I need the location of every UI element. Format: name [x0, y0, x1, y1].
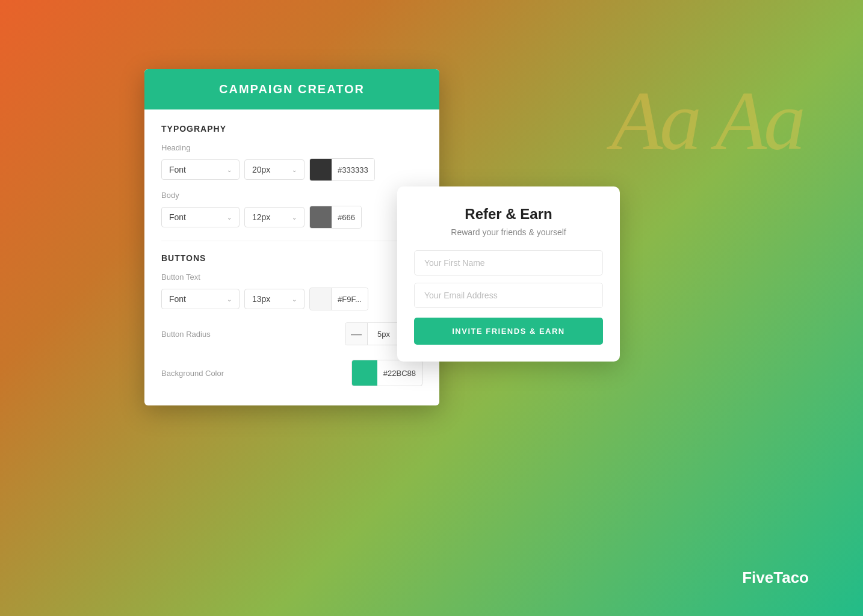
body-color-swatch: [310, 206, 332, 228]
background-color-row: Background Color #22BC88: [161, 360, 422, 386]
campaign-title: CAMPAIGN CREATOR: [156, 82, 427, 96]
heading-label: Heading: [161, 143, 422, 152]
campaign-body: TYPOGRAPHY Heading Font ⌄ 20px ⌄ #333333…: [144, 109, 439, 405]
heading-size-value: 20px: [252, 165, 270, 174]
button-color-picker[interactable]: #F9F...: [309, 288, 368, 310]
button-font-chevron: ⌄: [227, 296, 232, 303]
buttons-section-title: BUTTONS: [161, 253, 422, 263]
body-label: Body: [161, 191, 422, 200]
branding: FiveTaco: [742, 568, 809, 587]
button-font-label: Font: [169, 294, 186, 304]
heading-size-select[interactable]: 20px ⌄: [244, 159, 305, 180]
email-input[interactable]: [414, 283, 603, 308]
heading-size-chevron: ⌄: [292, 167, 297, 173]
body-font-label: Font: [169, 212, 186, 222]
button-color-hex: #F9F...: [332, 288, 368, 310]
campaign-creator-card: CAMPAIGN CREATOR TYPOGRAPHY Heading Font…: [144, 69, 439, 405]
invite-button[interactable]: INVITE FRIENDS & EARN: [414, 318, 603, 345]
heading-font-label: Font: [169, 165, 186, 174]
button-radius-label: Button Radius: [161, 330, 345, 339]
buttons-section: BUTTONS Button Text Font ⌄ 13px ⌄ #F9F..…: [161, 253, 422, 386]
typography-section: TYPOGRAPHY Heading Font ⌄ 20px ⌄ #333333…: [161, 124, 422, 229]
button-radius-row: Button Radius — 5px +: [161, 322, 422, 345]
radius-value: 5px: [367, 323, 400, 345]
body-font-select[interactable]: Font ⌄: [161, 207, 240, 227]
refer-subtitle: Reward your friends & yourself: [414, 227, 603, 237]
background-color-hex: #22BC88: [377, 362, 422, 384]
minus-icon: —: [351, 328, 362, 340]
brand-five: Five: [742, 568, 773, 587]
body-font-chevron: ⌄: [227, 214, 232, 221]
button-size-select[interactable]: 13px ⌄: [244, 289, 305, 309]
heading-color-picker[interactable]: #333333: [309, 158, 375, 181]
body-control-row: Font ⌄ 12px ⌄ #666: [161, 206, 422, 229]
body-size-chevron: ⌄: [292, 214, 297, 221]
body-size-select[interactable]: 12px ⌄: [244, 207, 305, 227]
heading-color-hex: #333333: [332, 159, 374, 180]
heading-color-swatch: [310, 159, 332, 180]
heading-control-row: Font ⌄ 20px ⌄ #333333: [161, 158, 422, 181]
button-font-select[interactable]: Font ⌄: [161, 289, 240, 309]
button-color-swatch: [310, 288, 332, 310]
body-size-value: 12px: [252, 212, 270, 222]
button-size-value: 13px: [252, 294, 270, 304]
heading-font-select[interactable]: Font ⌄: [161, 159, 240, 180]
background-color-label: Background Color: [161, 369, 351, 378]
body-color-picker[interactable]: #666: [309, 206, 362, 229]
watermark-text: Aa Aa: [611, 72, 803, 169]
section-divider: [161, 241, 422, 241]
button-size-chevron: ⌄: [292, 296, 297, 303]
background-color-swatch: [352, 360, 377, 386]
refer-earn-card: Refer & Earn Reward your friends & yours…: [397, 186, 620, 362]
campaign-header: CAMPAIGN CREATOR: [144, 69, 439, 109]
typography-section-title: TYPOGRAPHY: [161, 124, 422, 134]
body-color-hex: #666: [332, 206, 361, 228]
button-text-label: Button Text: [161, 273, 422, 282]
brand-taco: Taco: [773, 568, 809, 587]
first-name-input[interactable]: [414, 250, 603, 276]
radius-decrease-button[interactable]: —: [345, 323, 367, 345]
refer-title: Refer & Earn: [414, 206, 603, 223]
background-color-picker[interactable]: #22BC88: [351, 360, 422, 386]
heading-font-chevron: ⌄: [227, 167, 232, 173]
button-text-control-row: Font ⌄ 13px ⌄ #F9F...: [161, 288, 422, 310]
